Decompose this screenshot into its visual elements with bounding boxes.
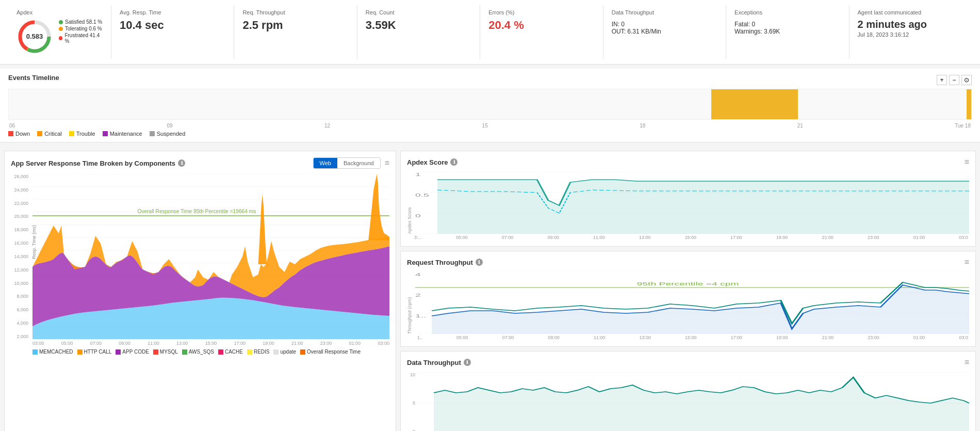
memcached-legend-icon [32,349,38,355]
exceptions-metric: Exceptions Fatal: 0 Warnings: 3.69K [726,5,849,59]
app-response-title: App Server Response Time Broken by Compo… [11,159,185,167]
right-panel: Apdex Score ℹ ≡ Apdex Score [400,151,976,431]
overall-legend-icon [300,349,305,355]
app-response-info-icon: ℹ [178,159,185,167]
apdex-score-title: Apdex Score ℹ [407,158,458,166]
timeline-chart [8,89,972,120]
data-throughput-metric: Data Throughput IN: 0 OUT: 6.31 KB/Min [603,5,726,59]
agent-last-date: Jul 18, 2023 3:16:12 [858,31,963,38]
update-legend-icon [273,349,279,355]
svg-text:1..: 1.. [415,313,426,318]
events-timeline-title: Events Timeline [8,74,59,82]
req-count-value: 3.59K [366,19,471,32]
main-content: App Server Response Time Broken by Compo… [0,147,980,431]
apdex-score-chart-area: 1 0.5 0 [415,172,969,234]
errors-title: Errors (%) [488,9,594,15]
events-timeline-section: Events Timeline + − ⊙ 06 09 12 15 18 21 … [0,69,980,142]
agent-last-title: Agent last communicated [858,9,963,15]
redis-legend-label: REDIS [254,349,270,355]
apdex-legend: Satisfied 58.1 % Tolerating 0.6 % Frustr… [59,19,103,45]
httpcall-legend-icon [77,349,83,355]
apdex-y-label: Apdex Score [407,172,412,234]
apdex-score-info-icon: ℹ [450,158,458,166]
y-axis-label: Resp. Time (ms) [31,225,37,259]
top-metrics-bar: Apdex 0.583 Satisfied 58.1 % Tolerating … [0,0,980,65]
apdex-x-labels: 3:...05:0007:0009:0011:00 13:0015:0017:0… [413,235,969,240]
app-response-legend: MEMCACHED HTTP CALL APP CODE MYSQL AWS_S… [32,349,389,355]
apdex-title: Apdex [17,9,53,15]
req-throughput-metric: Req. Throughput 2.5 rpm [234,5,357,59]
awssqs-legend-icon [182,349,187,355]
web-toggle-button[interactable]: Web [314,158,337,168]
cache-legend-label: CACHE [225,349,243,355]
data-throughput-chart-title: Data Throughput ℹ [407,359,471,366]
request-throughput-card: Request Throughput ℹ ≡ Throughput (cpm) … [400,251,976,347]
req-throughput-title: Req. Throughput [242,9,348,15]
legend-trouble-icon [69,131,74,136]
app-response-panel: App Server Response Time Broken by Compo… [4,151,396,431]
web-background-toggle[interactable]: Web Background [313,157,381,169]
req-count-metric: Req. Count 3.59K [357,5,480,59]
appcode-legend-label: APP CODE [122,349,149,355]
legend-suspended-label: Suspended [157,131,186,137]
req-throughput-header: Request Throughput ℹ ≡ [407,258,969,267]
legend-critical-label: Critical [44,131,62,137]
data-throughput-in: IN: 0 [612,21,717,28]
data-throughput-card: Data Throughput ℹ ≡ 1050 [400,351,976,431]
legend-down-label: Down [15,131,30,137]
data-throughput-menu-icon[interactable]: ≡ [965,358,969,367]
zoom-reset-button[interactable]: ⊙ [961,75,972,85]
req-throughput-info-icon: ℹ [476,259,483,266]
svg-text:0: 0 [415,213,421,218]
svg-text:0.5: 0.5 [415,193,429,198]
apdex-circle: 0.583 [17,19,53,55]
httpcall-legend-label: HTTP CALL [84,349,112,355]
timeline-legend: Down Critical Trouble Maintenance Suspen… [8,131,972,137]
svg-text:4: 4 [415,272,421,277]
y-axis-labels: 26,00024,00022,00020,00018,000 16,00014,… [11,174,30,339]
zoom-in-button[interactable]: + [937,75,947,85]
req-throughput-chart-area: 4 2 1.. 95th Percentile =4 cpm [415,272,969,334]
data-throughput-y-labels: 1050 [407,372,415,431]
background-toggle-button[interactable]: Background [337,158,380,168]
req-count-title: Req. Count [366,9,471,15]
app-response-menu-icon[interactable]: ≡ [385,158,389,168]
data-throughput-chart-header: Data Throughput ℹ ≡ [407,358,969,367]
apdex-score-menu-icon[interactable]: ≡ [965,157,969,167]
app-response-svg: Overall Response Time 95th Percentile =1… [32,174,389,339]
awssqs-legend-label: AWS_SQS [189,349,214,355]
exceptions-warnings: Warnings: 3.69K [734,28,840,35]
req-throughput-chart-title: Request Throughput ℹ [407,259,483,266]
memcached-legend-label: MEMCACHED [39,349,73,355]
legend-down-icon [8,131,13,136]
agent-last-metric: Agent last communicated 2 minutes ago Ju… [850,5,972,59]
mysql-legend-icon [153,349,158,355]
legend-suspended-icon [150,131,155,136]
data-throughput-chart-area [417,372,969,431]
appcode-legend-icon [116,349,121,355]
legend-trouble-label: Trouble [76,131,95,137]
timeline-yellow-block [711,89,798,119]
data-throughput-title: Data Throughput [612,9,717,15]
svg-text:95th Percentile =4 cpm: 95th Percentile =4 cpm [637,281,739,286]
data-throughput-out: OUT: 6.31 KB/Min [612,28,717,35]
req-throughput-menu-icon[interactable]: ≡ [965,258,969,267]
timeline-yellow-right [967,89,971,119]
zoom-out-button[interactable]: − [949,75,959,85]
app-response-chart-area: Overall Response Time 95th Percentile =1… [32,174,389,339]
apdex-score-header: Apdex Score ℹ ≡ [407,157,969,167]
avg-resp-time-metric: Avg. Resp. Time 10.4 sec [111,5,234,59]
avg-resp-value: 10.4 sec [120,19,225,32]
svg-text:Overall Response Time 95th Per: Overall Response Time 95th Percentile =1… [138,209,256,214]
overall-legend-label: Overall Response Time [307,349,361,355]
legend-maintenance-label: Maintenance [110,131,142,137]
update-legend-label: update [280,349,296,355]
exceptions-fatal: Fatal: 0 [734,21,840,28]
req-throughput-value: 2.5 rpm [242,19,348,32]
agent-last-value: 2 minutes ago [858,19,963,30]
data-throughput-info-icon: ℹ [464,359,471,366]
avg-resp-title: Avg. Resp. Time [120,9,225,15]
timeline-x-labels: 06 09 12 15 18 21 Tue 18 [8,123,972,129]
svg-text:2: 2 [415,293,421,298]
svg-text:1: 1 [415,172,421,177]
